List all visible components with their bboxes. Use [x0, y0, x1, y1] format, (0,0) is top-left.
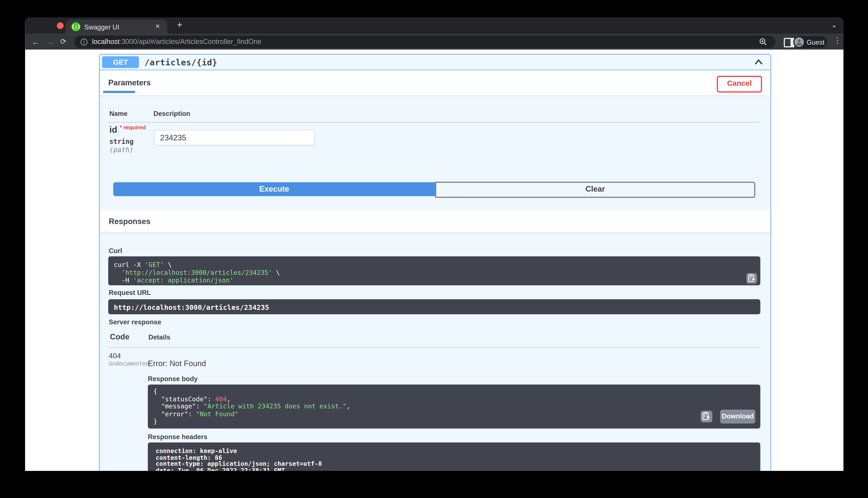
responses-title: Responses [109, 217, 150, 226]
url-host: localhost [92, 38, 119, 46]
clear-button[interactable]: Clear [435, 182, 755, 198]
browser-toolbar: ← → ⟳ localhost:3000/api/#/articles/Arti… [25, 34, 844, 50]
response-table-divider [108, 347, 760, 348]
operation-summary[interactable]: GET /articles/{id} [100, 55, 770, 70]
responses-section-header: Responses [100, 210, 770, 232]
details-column-header: Details [149, 333, 170, 341]
new-tab-button[interactable]: + [177, 19, 182, 30]
request-url-value: http://localhost:3000/articles/234235 [114, 303, 269, 312]
url-path: :3000/api/#/articles/ArticlesController_… [119, 38, 261, 46]
response-headers-list: connection: keep-alive content-length: 8… [156, 448, 322, 471]
browser-window: {;} Swagger UI ✕ + ⌄ ← → ⟳ localhost:300… [25, 17, 844, 471]
cancel-button[interactable]: Cancel [717, 76, 762, 92]
table-divider [108, 122, 760, 123]
request-url-label: Request URL [109, 289, 151, 297]
request-url-block: http://localhost:3000/articles/234235 [108, 299, 760, 315]
response-body-label: Response body [148, 375, 197, 383]
swagger-favicon-icon: {;} [71, 22, 80, 31]
method-badge: GET [102, 56, 139, 68]
back-button[interactable]: ← [32, 37, 40, 46]
tab-title: Swagger UI [84, 24, 119, 31]
profile-label: Guest [807, 38, 825, 46]
copy-to-clipboard-button[interactable] [746, 273, 757, 284]
response-headers-block: connection: keep-alive content-length: 8… [148, 443, 760, 471]
reload-button[interactable]: ⟳ [60, 37, 66, 45]
tab-close-icon[interactable]: ✕ [155, 23, 160, 30]
undocumented-note: Undocumented [109, 361, 149, 367]
name-column-header: Name [109, 110, 128, 118]
tab-parameters[interactable]: Parameters [108, 78, 151, 87]
browser-menu-icon[interactable]: ⋮ [833, 36, 841, 44]
curl-command: curl -X 'GET' \ 'http://localhost:3000/a… [114, 261, 280, 284]
response-body-block: { "statusCode": 404, "message": "Article… [148, 384, 760, 429]
site-info-icon[interactable] [80, 38, 88, 48]
screen: {;} Swagger UI ✕ + ⌄ ← → ⟳ localhost:300… [0, 0, 868, 498]
response-body-json: { "statusCode": 404, "message": "Article… [153, 388, 350, 425]
window-close-button[interactable] [57, 22, 63, 29]
browser-tab[interactable]: {;} Swagger UI ✕ [66, 19, 167, 34]
server-response-label: Server response [109, 318, 161, 326]
curl-block: curl -X 'GET' \ 'http://localhost:3000/a… [108, 256, 760, 285]
swagger-page: GET /articles/{id} Parameters Cancel Nam… [25, 50, 844, 471]
address-bar[interactable]: localhost:3000/api/#/articles/ArticlesCo… [74, 36, 775, 48]
copy-to-clipboard-button[interactable] [701, 411, 712, 422]
response-headers-label: Response headers [148, 433, 207, 441]
download-button[interactable]: Download [720, 410, 755, 423]
avatar-icon [794, 37, 804, 47]
page-zoom-icon[interactable] [759, 38, 767, 48]
tab-strip: {;} Swagger UI ✕ + ⌄ [25, 17, 844, 34]
operation-path: /articles/{id} [144, 57, 217, 67]
param-id-input[interactable] [154, 130, 315, 145]
description-column-header: Description [153, 110, 190, 118]
param-name: id * required [109, 124, 146, 135]
param-location: (path) [109, 146, 133, 154]
code-column-header: Code [110, 332, 129, 341]
tab-search-icon[interactable]: ⌄ [831, 21, 837, 29]
side-panel-icon[interactable] [784, 38, 794, 47]
required-badge: * required [120, 124, 146, 130]
collapse-chevron-icon[interactable] [754, 58, 764, 68]
response-detail: Error: Not Found [148, 359, 206, 368]
param-type: string [109, 137, 133, 145]
active-tab-underline [103, 91, 135, 93]
parameters-section-header: Parameters Cancel [100, 70, 770, 95]
profile-chip[interactable]: Guest [793, 36, 827, 48]
forward-button[interactable]: → [46, 37, 54, 46]
url-text[interactable]: localhost:3000/api/#/articles/ArticlesCo… [92, 38, 261, 46]
response-code: 404 [109, 352, 121, 360]
operation-block-get: GET /articles/{id} Parameters Cancel Nam… [99, 54, 771, 471]
execute-button[interactable]: Execute [113, 182, 435, 196]
curl-label: Curl [109, 247, 122, 255]
